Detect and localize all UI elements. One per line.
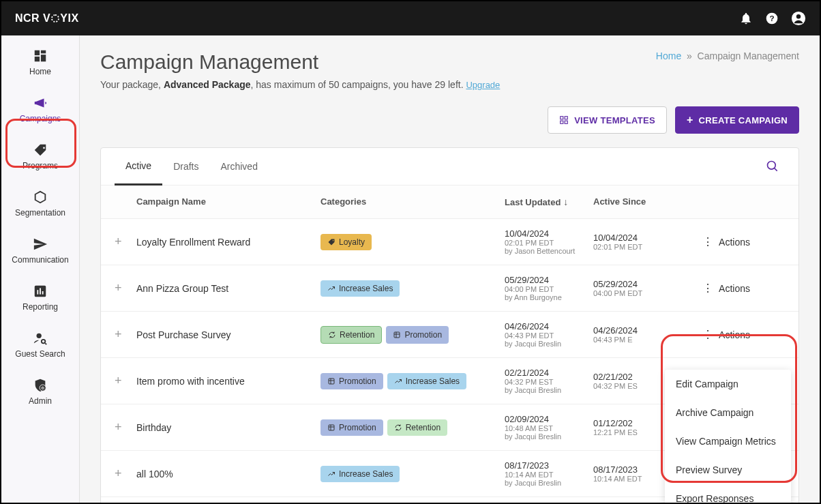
trend-icon	[327, 284, 335, 293]
category-badge: Increase Sales	[320, 466, 400, 482]
home-icon	[33, 48, 48, 63]
promo-icon	[327, 377, 335, 385]
search-icon[interactable]	[760, 154, 785, 179]
svg-point-12	[37, 333, 42, 338]
svg-rect-9	[37, 290, 38, 294]
actions-button[interactable]: ⋮ Actions	[702, 282, 750, 295]
category-badge: Retention	[387, 419, 447, 436]
campaign-name: Birthday	[136, 422, 320, 433]
upgrade-link[interactable]: Upgrade	[466, 80, 500, 90]
svg-rect-18	[565, 117, 567, 119]
view-templates-button[interactable]: VIEW TEMPLATES	[548, 106, 667, 134]
main-content: Campaign Management Home » Campaign Mana…	[80, 35, 820, 503]
sidebar-item-campaigns[interactable]: Campaigns	[1, 86, 79, 133]
category-badge: Retention	[320, 326, 382, 344]
active-since-cell: 04/26/2024 04:43 PM E	[593, 325, 682, 344]
dropdown-archive-campaign[interactable]: Archive Campaign	[665, 398, 791, 427]
send-icon	[33, 237, 48, 252]
sidebar-item-reporting[interactable]: Reporting	[1, 274, 79, 321]
svg-rect-6	[41, 55, 46, 61]
svg-rect-7	[35, 57, 40, 61]
expand-icon[interactable]: +	[115, 466, 122, 480]
sidebar-item-admin[interactable]: ⚙ Admin	[1, 368, 79, 415]
breadcrumb: Home » Campaign Management	[656, 50, 799, 61]
tab-drafts[interactable]: Drafts	[162, 149, 209, 184]
topbar: NCR VYIX ?	[1, 1, 820, 35]
sidebar-item-guest-search[interactable]: Guest Search	[1, 321, 79, 368]
last-updated-cell: 10/04/2024 02:01 PM EDT by Jason Bettenc…	[505, 228, 593, 255]
megaphone-icon	[33, 95, 48, 110]
person-search-icon	[33, 331, 48, 346]
trend-icon	[327, 470, 335, 478]
category-cell: Loyalty	[320, 234, 505, 250]
actions-button[interactable]: ⋮ Actions	[702, 235, 750, 248]
shield-icon: ⚙	[33, 378, 48, 393]
sidebar-item-label: Guest Search	[15, 349, 65, 359]
table-header: Campaign Name Categories Last Updated↓ A…	[101, 186, 798, 219]
svg-point-21	[768, 162, 776, 170]
chart-icon	[33, 284, 48, 299]
svg-rect-4	[35, 50, 40, 55]
tab-active[interactable]: Active	[115, 148, 162, 186]
svg-rect-5	[41, 50, 46, 54]
th-name[interactable]: Campaign Name	[136, 196, 320, 207]
table-row: + Ann Pizza Group Test Increase Sales 05…	[101, 265, 798, 312]
expand-icon[interactable]: +	[115, 235, 122, 248]
sidebar-item-label: Segmentation	[15, 208, 65, 218]
sidebar-item-label: Communication	[12, 255, 68, 265]
active-since-cell: 05/29/2024 04:00 PM EDT	[593, 279, 682, 297]
breadcrumb-home[interactable]: Home	[656, 50, 681, 61]
more-vert-icon: ⋮	[702, 282, 713, 295]
cycle-icon	[328, 331, 336, 339]
campaign-name: Item promo with incentive	[136, 376, 320, 387]
create-campaign-button[interactable]: + CREATE CAMPAIGN	[675, 106, 799, 134]
expand-icon[interactable]: +	[115, 420, 122, 434]
expand-icon[interactable]: +	[115, 327, 122, 341]
svg-rect-19	[561, 121, 563, 123]
last-updated-cell: 04/26/2024 04:43 PM EDT by Jacqui Bresli…	[505, 321, 593, 348]
brand-logo: NCR VYIX	[15, 12, 79, 25]
expand-icon[interactable]: +	[115, 281, 122, 295]
sidebar-item-programs[interactable]: Programs	[1, 133, 79, 180]
expand-icon[interactable]: +	[115, 374, 122, 387]
sidebar-item-home[interactable]: Home	[1, 39, 79, 86]
svg-rect-29	[329, 425, 334, 430]
tab-archived[interactable]: Archived	[209, 149, 268, 184]
trend-icon	[394, 377, 402, 385]
category-badge: Increase Sales	[320, 280, 400, 297]
category-badge: Promotion	[320, 419, 383, 436]
actions-button[interactable]: ⋮ Actions	[702, 328, 750, 341]
th-categories[interactable]: Categories	[320, 196, 505, 207]
svg-rect-17	[561, 117, 563, 119]
dropdown-preview-survey[interactable]: Preview Survey	[665, 456, 791, 484]
sort-arrow-down-icon: ↓	[563, 196, 568, 207]
campaign-name: all 100%	[136, 469, 320, 479]
svg-text:?: ?	[769, 14, 774, 23]
svg-rect-26	[329, 379, 334, 384]
dropdown-edit-campaign[interactable]: Edit Campaign	[665, 370, 791, 398]
sidebar-item-label: Programs	[23, 161, 58, 171]
category-cell: Increase Sales	[320, 280, 505, 297]
sidebar-item-segmentation[interactable]: Segmentation	[1, 180, 79, 227]
dropdown-export-responses[interactable]: Export Responses	[665, 484, 791, 503]
category-badge: Promotion	[320, 373, 383, 389]
tag-icon	[33, 143, 48, 158]
category-cell: PromotionIncrease Sales	[320, 373, 505, 389]
category-cell: PromotionRetention	[320, 419, 505, 436]
sidebar-item-communication[interactable]: Communication	[1, 227, 79, 274]
sidebar-item-label: Admin	[29, 396, 52, 406]
dropdown-view-metrics[interactable]: View Campaign Metrics	[665, 427, 791, 456]
grid-icon	[559, 115, 569, 125]
package-subtitle: Your package, Advanced Package, has maxi…	[100, 79, 799, 90]
bell-icon[interactable]	[739, 12, 753, 25]
more-vert-icon: ⋮	[702, 235, 713, 248]
category-badge: Promotion	[386, 326, 449, 344]
th-active-since[interactable]: Active Since	[593, 196, 682, 207]
table-row: + Post Purchase Survey RetentionPromotio…	[101, 312, 798, 358]
cube-icon	[33, 190, 48, 205]
help-icon[interactable]: ?	[765, 12, 779, 25]
svg-line-14	[45, 343, 46, 344]
th-last-updated[interactable]: Last Updated↓	[505, 196, 593, 207]
account-icon[interactable]	[791, 11, 806, 26]
table-row: + Loyalty Enrollment Reward Loyalty 10/0…	[101, 219, 798, 265]
